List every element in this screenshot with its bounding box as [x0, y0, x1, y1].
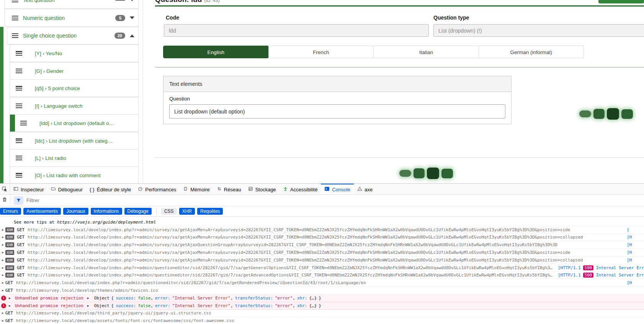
xhr-badge: XHR: [5, 273, 14, 278]
sidebar-item-language-switch[interactable]: [I] › Language switch: [10, 97, 139, 115]
console-network-row[interactable]: XHR GET http://limesurvey.local/develop/…: [0, 257, 644, 264]
page-title: Question: ldd(ID: 43): [155, 0, 219, 4]
filter-css-button[interactable]: CSS: [161, 208, 177, 215]
console-network-row[interactable]: XHR GET http://limesurvey.local/develop/…: [0, 249, 644, 257]
expand-arrow-icon[interactable]: [0, 258, 5, 262]
caret-up-icon[interactable]: [130, 35, 134, 37]
expand-arrow-icon[interactable]: [0, 281, 5, 285]
expand-arrow-icon[interactable]: [9, 296, 13, 300]
tab-debugger[interactable]: Débogueur: [47, 184, 86, 194]
tab-inspector[interactable]: Inspecteur: [10, 184, 47, 194]
filter-requests-button[interactable]: Requêtes: [197, 208, 223, 215]
tab-english[interactable]: English: [163, 46, 269, 58]
expand-arrow-icon[interactable]: [0, 243, 5, 247]
drag-handle-icon[interactable]: [12, 16, 18, 20]
console-network-row[interactable]: GET http://limesurvey.local/develop/inde…: [0, 279, 644, 287]
console-error-row[interactable]: Unhandled promise rejection Object { suc…: [0, 294, 644, 302]
accessibility-icon: [283, 186, 288, 192]
tab-console[interactable]: Console: [321, 184, 354, 194]
filter-debug-button[interactable]: Débogage: [124, 208, 152, 215]
filter-funnel-icon[interactable]: [14, 196, 23, 205]
object-prop: transferStatus:: [235, 296, 273, 301]
tab-performance[interactable]: Performances: [134, 184, 180, 194]
code-input[interactable]: [164, 24, 429, 37]
expanded-group-accent-bar: [0, 27, 3, 183]
caret-down-icon[interactable]: [130, 0, 134, 1]
expand-arrow-icon[interactable]: [9, 304, 13, 308]
expand-arrow-icon[interactable]: [0, 251, 5, 254]
console-network-row[interactable]: GET http://limesurvey.local/develop/thir…: [0, 310, 644, 317]
sidebar-item-gender[interactable]: [G] › Gender: [10, 62, 139, 80]
filter-warnings-button[interactable]: Avertissements: [23, 208, 61, 215]
expand-arrow-icon[interactable]: [0, 266, 5, 270]
drag-handle-icon[interactable]: [20, 121, 27, 125]
sidebar-item-yes-no[interactable]: [Y] › Yes/No: [10, 44, 139, 62]
console-network-row-500[interactable]: XHR GET http://limesurvey.local/develop/…: [0, 264, 644, 272]
console-network-row[interactable]: GET http://limesurvey.local/develop/them…: [0, 287, 644, 294]
drag-handle-icon[interactable]: [12, 33, 18, 38]
tab-french[interactable]: French: [268, 46, 374, 58]
filter-errors-button[interactable]: Erreurs: [0, 208, 21, 215]
node-picker-icon[interactable]: [0, 184, 10, 194]
expand-arrow-icon[interactable]: [0, 319, 5, 322]
drag-handle-icon[interactable]: [16, 138, 22, 143]
xhr-badge: XHR: [5, 265, 14, 270]
drag-handle-icon[interactable]: [16, 156, 22, 160]
tab-memory[interactable]: Mémoire: [180, 184, 213, 194]
sidebar-item-5-point-choice[interactable]: [q5] › 5 point choice: [10, 79, 139, 97]
http-method: GET: [17, 235, 25, 240]
expand-arrow-icon[interactable]: [87, 304, 92, 308]
toolbar-divider: [10, 197, 11, 204]
tab-accessibility[interactable]: Accessibilité: [280, 184, 321, 194]
console-network-row[interactable]: XHR GET http://limesurvey.local/develop/…: [0, 241, 644, 249]
expand-arrow-icon[interactable]: [0, 235, 5, 239]
filter-info-button[interactable]: Informations: [91, 208, 122, 215]
sidebar-item-list-dropdown-categories[interactable]: [ldc] › List dropdown (with categ…: [10, 132, 139, 150]
drag-handle-icon[interactable]: [16, 86, 22, 90]
tab-network[interactable]: Réseau: [213, 184, 245, 194]
object-prop: success:: [116, 303, 136, 308]
http-method: GET: [17, 273, 25, 278]
inspector-icon: [13, 186, 18, 192]
drag-handle-icon[interactable]: [16, 69, 22, 73]
sidebar-item-list-radio[interactable]: [L] › List radio: [10, 149, 139, 167]
primary-action-button[interactable]: [598, 0, 644, 3]
tab-italian[interactable]: Italian: [373, 46, 479, 58]
console-network-row[interactable]: GET http://limesurvey.local/develop/asse…: [0, 317, 644, 324]
console-network-row[interactable]: XHR GET http://limesurvey.local/develop/…: [0, 226, 644, 234]
sidebar-item-numeric-question[interactable]: Numeric question 5: [5, 9, 139, 27]
expand-arrow-icon[interactable]: [0, 289, 5, 292]
drag-handle-icon[interactable]: [16, 173, 22, 178]
tab-german-informal[interactable]: German (informal): [479, 46, 584, 58]
sidebar-item-text-question[interactable]: Text question: [5, 0, 139, 9]
sidebar-item-single-choice-question[interactable]: Single choice question 20: [7, 27, 139, 44]
tab-axe[interactable]: axe: [354, 184, 376, 194]
expand-arrow-icon[interactable]: [0, 311, 5, 315]
filter-logs-button[interactable]: Journaux: [63, 208, 88, 215]
expand-arrow-icon[interactable]: [87, 296, 92, 300]
console-network-row[interactable]: XHR GET http://limesurvey.local/develop/…: [0, 234, 644, 242]
drag-handle-icon[interactable]: [16, 51, 22, 56]
sidebar-item-list-dropdown-default[interactable]: [ldd] › List dropdown (default o…: [10, 114, 139, 132]
comma: ,: [293, 296, 295, 301]
question-text-input[interactable]: [169, 104, 505, 118]
drag-handle-icon[interactable]: [12, 0, 18, 2]
caret-down-icon[interactable]: [130, 16, 134, 19]
object-prop: xhr:: [297, 303, 307, 308]
console-network-row-500[interactable]: XHR GET http://limesurvey.local/develop/…: [0, 272, 644, 280]
console-filter-input[interactable]: [26, 197, 644, 203]
tab-storage[interactable]: Stockage: [245, 184, 280, 194]
http-status-fragment: [H: [627, 250, 632, 255]
sidebar-item-list-radio-comment[interactable]: [O] › List radio with comment: [10, 166, 139, 184]
request-url: http://limesurvey.local/develop/index.ph…: [28, 258, 583, 263]
question-type-input[interactable]: [433, 24, 644, 37]
tab-style-editor[interactable]: Éditeur de style: [86, 184, 134, 194]
trash-icon[interactable]: [2, 197, 7, 204]
drag-handle-icon[interactable]: [16, 104, 22, 108]
expand-arrow-icon[interactable]: [0, 228, 5, 232]
filter-xhr-button[interactable]: XHR: [179, 208, 195, 215]
tab-label: Stockage: [255, 187, 276, 192]
expand-arrow-icon[interactable]: [0, 273, 5, 277]
console-error-row[interactable]: Unhandled promise rejection Object { suc…: [0, 302, 644, 310]
request-url: http://limesurvey.local/develop/index.ph…: [28, 273, 552, 278]
